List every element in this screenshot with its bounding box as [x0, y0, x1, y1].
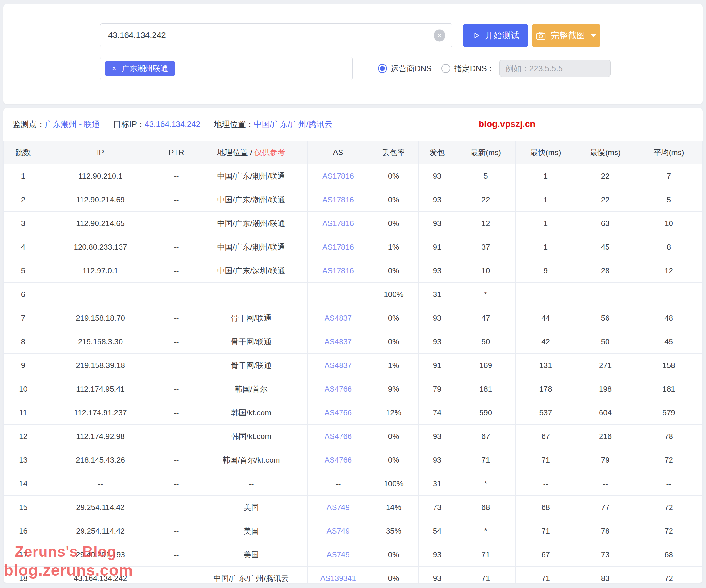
cell-sent: 93 [419, 188, 456, 212]
cell-avg: 12 [635, 259, 703, 283]
monitor-value[interactable]: 广东潮州 - 联通 [45, 119, 100, 129]
as-link[interactable]: AS139341 [320, 574, 356, 583]
cell-loss: 100% [369, 472, 419, 496]
cell-ip: 112.174.92.98 [43, 425, 158, 448]
cell-latest: 5 [456, 164, 516, 188]
cell-sent: 93 [419, 448, 456, 472]
cell-slowest: 604 [576, 401, 635, 425]
cell-ptr: -- [158, 472, 195, 496]
cell-geo: 韩国/kt.com [195, 425, 308, 448]
cell-as: AS4766 [308, 448, 369, 472]
target-input[interactable] [100, 23, 453, 47]
table-row: 9219.158.39.18--骨干网/联通AS48371%9116913127… [3, 354, 703, 377]
cell-as: AS4837 [308, 330, 369, 354]
as-link[interactable]: AS4766 [324, 385, 352, 393]
cell-avg: 78 [635, 425, 703, 448]
cell-avg: 72 [635, 496, 703, 519]
cell-sent: 93 [419, 259, 456, 283]
as-link[interactable]: AS4766 [324, 456, 352, 464]
node-select-box[interactable]: × 广东潮州联通 [100, 56, 353, 80]
full-screenshot-label: 完整截图 [551, 30, 585, 41]
cell-ptr: -- [158, 543, 195, 566]
result-panel: 监测点： 广东潮州 - 联通 目标IP： 43.164.134.242 地理位置… [3, 108, 703, 583]
geo-label: 地理位置： [214, 119, 254, 129]
as-link[interactable]: AS749 [326, 550, 350, 559]
cell-as: AS17816 [308, 235, 369, 259]
cell-fastest: 131 [516, 354, 576, 377]
as-link[interactable]: AS749 [326, 526, 350, 535]
cell-fastest: 9 [516, 259, 576, 283]
cell-avg: 8 [635, 235, 703, 259]
target-input-wrap: × [100, 23, 453, 47]
cell-fastest: 1 [516, 188, 576, 212]
cell-hop: 14 [3, 472, 43, 496]
cell-latest: * [456, 472, 516, 496]
cell-hop: 1 [3, 164, 43, 188]
cell-latest: 68 [456, 496, 516, 519]
as-link[interactable]: AS17816 [322, 195, 354, 204]
full-screenshot-button[interactable]: 完整截图 [532, 24, 600, 47]
cell-loss: 0% [369, 306, 419, 330]
cell-ip: -- [43, 472, 158, 496]
geo-value[interactable]: 中国/广东/广州/腾讯云 [254, 119, 332, 129]
custom-dns-label: 指定DNS： [454, 63, 495, 74]
as-link[interactable]: AS17816 [322, 219, 354, 228]
cell-hop: 18 [3, 566, 43, 583]
as-link[interactable]: AS749 [326, 503, 350, 512]
as-link[interactable]: AS17816 [322, 266, 354, 275]
cell-loss: 100% [369, 283, 419, 306]
cell-ptr: -- [158, 425, 195, 448]
as-link[interactable]: AS17816 [322, 243, 354, 251]
cell-as: AS17816 [308, 188, 369, 212]
cell-latest: 22 [456, 188, 516, 212]
as-link[interactable]: AS4837 [324, 314, 352, 322]
carrier-dns-radio[interactable]: 运营商DNS [378, 63, 432, 74]
cell-hop: 13 [3, 448, 43, 472]
as-link[interactable]: AS4837 [324, 361, 352, 369]
cell-geo: -- [195, 472, 308, 496]
cell-as: AS749 [308, 543, 369, 566]
cell-ip: 218.145.43.26 [43, 448, 158, 472]
cell-ip: 29.254.114.42 [43, 496, 158, 519]
start-test-label: 开始测试 [485, 30, 520, 41]
custom-dns-input[interactable] [500, 60, 611, 77]
cell-loss: 0% [369, 448, 419, 472]
cell-as: AS17816 [308, 164, 369, 188]
cell-loss: 9% [369, 377, 419, 401]
custom-dns-radio[interactable]: 指定DNS： [441, 63, 495, 74]
cell-latest: 37 [456, 235, 516, 259]
cell-hop: 16 [3, 519, 43, 543]
as-link[interactable]: AS4766 [324, 408, 352, 417]
table-row: 3112.90.214.65--中国/广东/潮州/联通AS178160%9312… [3, 212, 703, 235]
remove-tag-icon[interactable]: × [112, 65, 116, 72]
cell-loss: 1% [369, 235, 419, 259]
cell-slowest: 83 [576, 566, 635, 583]
clear-icon[interactable]: × [434, 29, 445, 41]
target-ip-label: 目标IP： [113, 119, 145, 129]
cell-hop: 4 [3, 235, 43, 259]
table-row: 4120.80.233.137--中国/广东/潮州/联通AS178161%913… [3, 235, 703, 259]
cell-geo: 中国/广东/潮州/联通 [195, 188, 308, 212]
as-link[interactable]: AS4766 [324, 432, 352, 441]
cell-sent: 54 [419, 519, 456, 543]
cell-avg: 158 [635, 354, 703, 377]
cell-ip: 112.174.95.41 [43, 377, 158, 401]
cell-as: AS139341 [308, 566, 369, 583]
cell-as: AS4766 [308, 401, 369, 425]
traceroute-table: 跳数IPPTR地理位置 / 仅供参考AS丢包率发包最新(ms)最快(ms)最慢(… [3, 141, 703, 583]
cell-fastest: 71 [516, 519, 576, 543]
dns-option-group: 运营商DNS 指定DNS： [378, 56, 611, 80]
as-link[interactable]: AS4837 [324, 337, 352, 346]
cell-latest: 71 [456, 448, 516, 472]
cell-latest: 50 [456, 330, 516, 354]
cell-ptr: -- [158, 519, 195, 543]
cell-loss: 0% [369, 188, 419, 212]
cell-avg: 7 [635, 164, 703, 188]
target-ip-value[interactable]: 43.164.134.242 [145, 120, 200, 129]
cell-ip: 112.90.214.65 [43, 212, 158, 235]
cell-slowest: 77 [576, 496, 635, 519]
start-test-button[interactable]: 开始测试 [463, 24, 528, 47]
as-link[interactable]: AS17816 [322, 172, 354, 180]
cell-loss: 0% [369, 566, 419, 583]
column-header: 最快(ms) [516, 141, 576, 164]
